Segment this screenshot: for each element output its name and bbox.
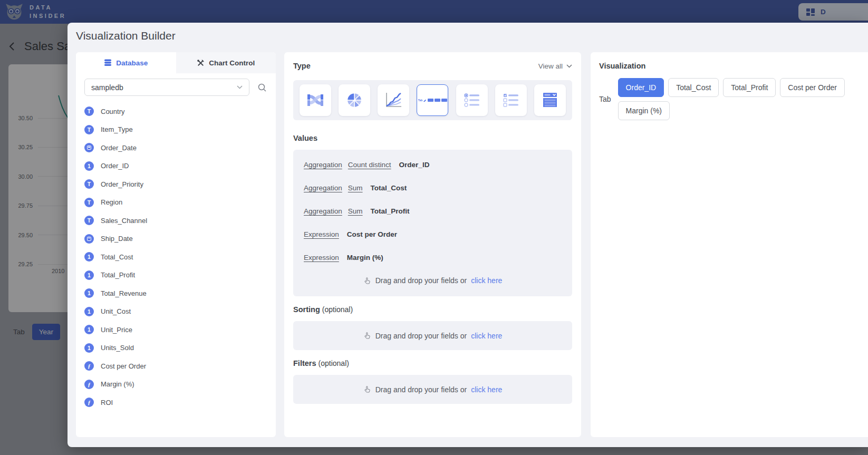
value-row: ExpressionMargin (%) <box>304 246 562 269</box>
field-name: Units_Sold <box>101 344 134 352</box>
field-name: Sales_Channel <box>101 217 147 225</box>
field-name: Item_Type <box>101 125 133 133</box>
dropzone-hint: Drag and drop your fields orclick here <box>304 269 562 292</box>
field-item[interactable]: Order_Date <box>84 139 267 157</box>
aggregation-link[interactable]: Aggregation <box>304 184 342 192</box>
field-name: Cost per Order <box>101 362 146 370</box>
aggregation-link[interactable]: Aggregation <box>304 161 342 169</box>
dropzone-hint: Drag and drop your fields orclick here <box>363 324 503 347</box>
source-tabs: Database Chart Control <box>76 52 276 73</box>
modal-title: Visualization Builder <box>76 30 176 42</box>
field-name: Unit_Price <box>101 326 132 334</box>
value-row: AggregationSumTotal_Cost <box>304 176 562 199</box>
number-field-icon: 1 <box>84 252 94 262</box>
number-field-icon: 1 <box>84 270 94 280</box>
charttype-radio-list[interactable] <box>456 84 488 116</box>
field-name: Total_Cost <box>101 253 133 261</box>
charttype-line[interactable] <box>378 84 409 116</box>
charttype-pie[interactable] <box>339 84 370 116</box>
field-item[interactable]: 1Units_Sold <box>84 339 267 357</box>
configuration-panel: Type View all Tab <box>284 52 581 437</box>
field-item[interactable]: 1Unit_Cost <box>84 303 267 321</box>
dropzone-hint: Drag and drop your fields orclick here <box>363 378 503 401</box>
viz-tab-cost-per-order[interactable]: Cost per Order <box>780 78 845 97</box>
viz-tab-order-id[interactable]: Order_ID <box>618 78 664 97</box>
field-name: Ship_Date <box>101 235 133 243</box>
dashboard-icon <box>806 7 815 17</box>
tab-dash <box>441 99 447 102</box>
filters-section-title: Filters (optional) <box>293 359 572 367</box>
field-item[interactable]: TCountry <box>84 102 267 121</box>
field-item[interactable]: ƒMargin (%) <box>84 375 267 394</box>
viz-tab-margin-[interactable]: Margin (%) <box>618 101 670 120</box>
tab-database[interactable]: Database <box>76 52 176 73</box>
viz-tab-total-profit[interactable]: Total_Profit <box>723 78 776 97</box>
chevron-down-icon <box>566 64 572 68</box>
field-name: Margin (%) <box>101 380 134 388</box>
viz-control-label: Tab <box>599 95 611 103</box>
sum-link[interactable]: Sum <box>348 207 363 215</box>
date-field-icon <box>84 143 94 152</box>
charttype-tab-filter[interactable]: Tab <box>417 84 448 116</box>
charttype-checkbox-list[interactable] <box>495 84 527 116</box>
dashboard-button[interactable]: D <box>798 3 868 21</box>
values-dropzone[interactable]: AggregationCount distinctOrder_IDAggrega… <box>293 150 572 296</box>
field-name: Total_Profit <box>101 271 135 279</box>
value-row: AggregationCount distinctOrder_ID <box>304 153 562 176</box>
charttype-sankey[interactable] <box>300 84 331 116</box>
datasource-select[interactable]: sampledb <box>84 79 249 96</box>
field-item[interactable]: TOrder_Priority <box>84 175 267 193</box>
calendar-glyph <box>87 237 91 241</box>
count-distinct-link[interactable]: Count distinct <box>348 161 391 169</box>
viz-tab-group: Order_IDTotal_CostTotal_ProfitCost per O… <box>618 78 860 120</box>
field-item[interactable]: 1Unit_Price <box>84 321 267 339</box>
aggregation-link[interactable]: Aggregation <box>304 207 342 215</box>
search-icon[interactable] <box>257 82 267 93</box>
field-item[interactable]: TRegion <box>84 193 267 212</box>
dropzone-text: Drag and drop your fields or <box>375 332 467 340</box>
field-item[interactable]: 1Total_Profit <box>84 266 267 285</box>
database-icon <box>104 59 112 66</box>
field-item[interactable]: TSales_Channel <box>84 211 267 230</box>
field-name: ROI <box>101 399 113 406</box>
field-name: Country <box>101 108 125 115</box>
tools-icon <box>197 59 205 67</box>
tab-dash <box>435 99 440 102</box>
number-field-icon: 1 <box>84 307 94 316</box>
date-field-icon <box>84 234 94 244</box>
sorting-section-title: Sorting (optional) <box>293 305 572 314</box>
line-chart-icon <box>384 91 403 110</box>
field-item[interactable]: 1Total_Revenue <box>84 284 267 303</box>
field-item[interactable]: 1Total_Cost <box>84 248 267 266</box>
value-field-name: Cost per Order <box>347 230 397 238</box>
field-item[interactable]: ƒCost per Order <box>84 357 267 375</box>
dropzone-click-here-link[interactable]: click here <box>471 332 502 340</box>
sum-link[interactable]: Sum <box>348 184 363 192</box>
field-item[interactable]: TItem_Type <box>84 121 267 139</box>
field-item[interactable]: Ship_Date <box>84 230 267 248</box>
dropzone-click-here-link[interactable]: click here <box>471 385 502 394</box>
number-field-icon: 1 <box>84 161 94 171</box>
filters-dropzone[interactable]: Drag and drop your fields orclick here <box>293 375 572 404</box>
field-item[interactable]: ƒROI <box>84 393 267 412</box>
value-field-name: Total_Cost <box>371 184 407 192</box>
tab-chart-control[interactable]: Chart Control <box>176 52 276 73</box>
field-name: Order_ID <box>101 162 129 170</box>
sorting-dropzone[interactable]: Drag and drop your fields orclick here <box>293 321 572 350</box>
field-name: Order_Date <box>101 144 137 152</box>
dropzone-text: Drag and drop your fields or <box>375 385 467 394</box>
charttype-dropdown-list[interactable] <box>534 84 566 116</box>
tab-dash <box>428 99 433 102</box>
viz-tab-total-cost[interactable]: Total_Cost <box>668 78 719 97</box>
field-item[interactable]: 1Order_ID <box>84 157 267 176</box>
expression-link[interactable]: Expression <box>304 254 339 262</box>
drag-hand-icon <box>363 277 371 285</box>
view-all-button[interactable]: View all <box>538 62 572 70</box>
chevron-down-icon <box>237 85 243 89</box>
dropzone-click-here-link[interactable]: click here <box>471 276 502 285</box>
visualization-title: Visualization <box>599 62 860 70</box>
drag-hand-icon <box>363 385 371 393</box>
values-section-title: Values <box>293 134 572 142</box>
expression-link[interactable]: Expression <box>304 230 339 238</box>
number-field-icon: 1 <box>84 288 94 298</box>
